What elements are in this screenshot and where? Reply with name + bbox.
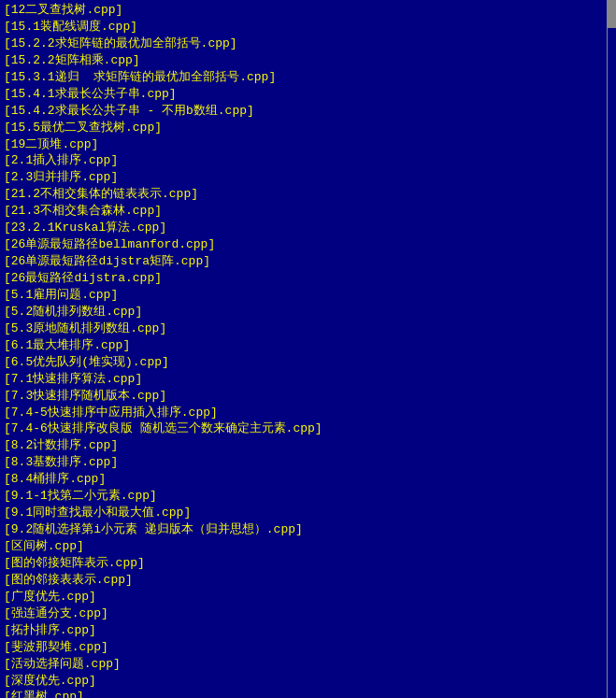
line-item: [21.2不相交集体的链表表示.cpp] [4, 186, 612, 203]
line-item: [深度优先.cpp] [4, 673, 612, 690]
line-item: [8.4桶排序.cpp] [4, 471, 612, 488]
line-item: [2.1插入排序.cpp] [4, 152, 612, 169]
line-item: [斐波那契堆.cpp] [4, 639, 612, 656]
line-item: [15.2.2求矩阵链的最优加全部括号.cpp] [4, 36, 612, 52]
line-item: [23.2.1Kruskal算法.cpp] [4, 220, 612, 236]
line-item: [6.1最大堆排序.cpp] [4, 337, 612, 354]
line-item: [强连通分支.cpp] [4, 605, 612, 622]
line-item: [7.4-6快速排序改良版 随机选三个数来确定主元素.cpp] [4, 420, 612, 437]
scrollbar[interactable] [607, 0, 616, 698]
line-item: [6.5优先队列(堆实现).cpp] [4, 354, 612, 371]
line-item: [图的邻接矩阵表示.cpp] [4, 555, 612, 572]
line-item: [15.5最优二叉查找树.cpp] [4, 120, 612, 136]
line-item: [15.3.1递归 求矩阵链的最优加全部括号.cpp] [4, 69, 612, 86]
line-item: [5.3原地随机排列数组.cpp] [4, 321, 612, 337]
line-item: [9.2随机选择第i小元素 递归版本（归并思想）.cpp] [4, 521, 612, 538]
line-item: [9.1-1找第二小元素.cpp] [4, 488, 612, 505]
line-item: [9.1同时查找最小和最大值.cpp] [4, 505, 612, 521]
terminal-window: [12二叉查找树.cpp][15.1装配线调度.cpp][15.2.2求矩阵链的… [0, 0, 616, 698]
line-item: [15.1装配线调度.cpp] [4, 19, 612, 36]
scrollbar-thumb[interactable] [607, 0, 616, 28]
line-item: [活动选择问题.cpp] [4, 656, 612, 673]
line-item: [15.4.1求最长公共子串.cpp] [4, 86, 612, 103]
line-item: [拓扑排序.cpp] [4, 622, 612, 639]
line-item: [7.4-5快速排序中应用插入排序.cpp] [4, 405, 612, 421]
line-item: [15.4.2求最长公共子串 - 不用b数组.cpp] [4, 103, 612, 120]
line-item: [19二顶堆.cpp] [4, 136, 612, 153]
line-item: [8.3基数排序.cpp] [4, 454, 612, 471]
line-item: [8.2计数排序.cpp] [4, 437, 612, 454]
line-item: [2.3归并排序.cpp] [4, 169, 612, 186]
line-item: [7.3快速排序随机版本.cpp] [4, 388, 612, 405]
line-item: [15.2.2矩阵相乘.cpp] [4, 52, 612, 69]
line-item: [红黑树.cpp] [4, 689, 612, 698]
line-item: [7.1快速排序算法.cpp] [4, 371, 612, 388]
line-item: [21.3不相交集合森林.cpp] [4, 203, 612, 220]
line-item: [12二叉查找树.cpp] [4, 2, 612, 19]
line-item: [区间树.cpp] [4, 538, 612, 555]
line-item: [5.2随机排列数组.cpp] [4, 304, 612, 321]
line-item: [广度优先.cpp] [4, 589, 612, 605]
line-item: [26单源最短路径dijstra矩阵.cpp] [4, 253, 612, 270]
line-item: [26最短路径dijstra.cpp] [4, 270, 612, 287]
line-item: [5.1雇用问题.cpp] [4, 287, 612, 304]
line-item: [26单源最短路径bellmanford.cpp] [4, 236, 612, 253]
line-item: [图的邻接表表示.cpp] [4, 572, 612, 589]
